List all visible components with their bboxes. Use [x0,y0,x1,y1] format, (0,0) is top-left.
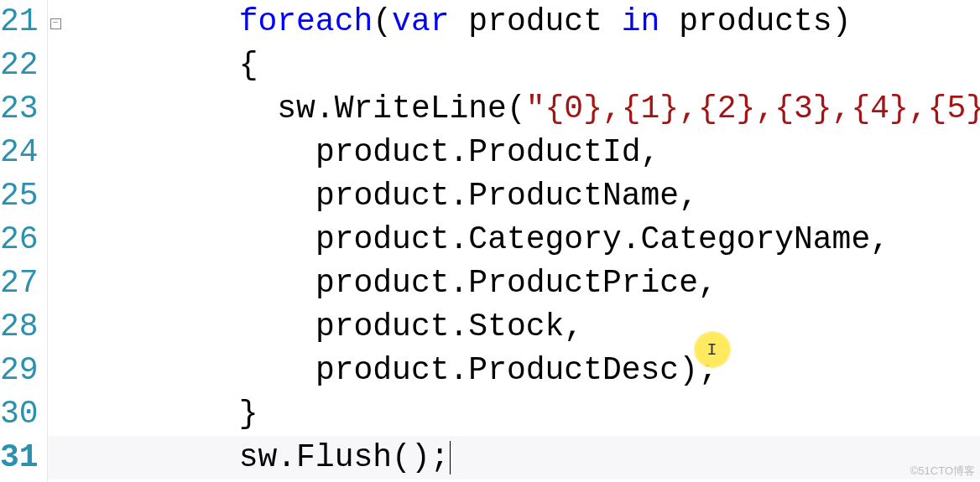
paren-open: ( [373,3,392,39]
keyword-in: in [622,3,660,39]
code-text-area[interactable]: foreach(var product in products) { sw.Wr… [48,0,980,482]
line-number: 26 [0,218,39,262]
property-name: ProductPrice [468,265,698,301]
method-name: WriteLine [335,91,507,127]
line-number: 27 [0,262,39,305]
identifier: product [315,265,450,301]
code-line[interactable]: sw.WriteLine("{0},{1},{2},{3},{4},{5}", [48,87,980,131]
code-line-current[interactable]: sw.Flush(); [48,436,980,479]
code-line[interactable]: product.ProductDesc); [48,349,980,392]
code-line[interactable]: product.ProductId, [48,131,980,174]
identifier: product [468,3,602,39]
line-number: 30 [0,392,39,436]
code-line[interactable]: product.ProductPrice, [48,262,980,305]
line-number: 22 [0,44,39,87]
paren-close: ) [832,3,852,39]
identifier: product [315,134,450,170]
line-number-gutter: 21 22 23 24 25 26 27 28 29 30 31 [0,0,47,482]
brace-close: } [239,396,258,432]
text-caret [450,441,451,474]
property-name: ProductId [468,134,640,170]
property-name: Stock [468,308,564,345]
method-name: Flush [296,439,392,475]
property-name: ProductDesc [468,352,679,388]
watermark-text: ©51CTO博客 [910,464,975,479]
line-number: 25 [0,174,39,218]
property-name: Category [468,221,621,257]
identifier: product [315,178,450,214]
code-line[interactable]: product.Stock, [48,305,980,349]
property-name: ProductName [468,178,679,214]
line-number: 29 [0,349,39,392]
identifier: product [315,308,450,345]
line-number: 28 [0,305,39,349]
code-line[interactable]: } [48,392,980,436]
string-literal: "{0},{1},{2},{3},{4},{5}" [526,91,980,127]
code-line[interactable]: product.Category.CategoryName, [48,218,980,262]
identifier: product [315,352,450,388]
brace-open: { [239,47,258,83]
identifier: products [679,3,831,39]
line-number-current: 31 [0,436,39,479]
code-line[interactable]: foreach(var product in products) [48,0,980,44]
keyword-var: var [392,3,449,39]
code-editor[interactable]: 21 22 23 24 25 26 27 28 29 30 31 − forea… [0,0,980,482]
identifier: product [315,221,450,257]
line-number: 21 [0,0,39,44]
line-number: 23 [0,87,39,131]
property-name: CategoryName [641,221,871,257]
code-line[interactable]: { [48,44,980,87]
code-line[interactable]: product.ProductName, [48,174,980,218]
identifier: sw [277,91,315,127]
keyword-foreach: foreach [239,3,373,39]
line-number: 24 [0,131,39,174]
identifier: sw [239,439,278,475]
